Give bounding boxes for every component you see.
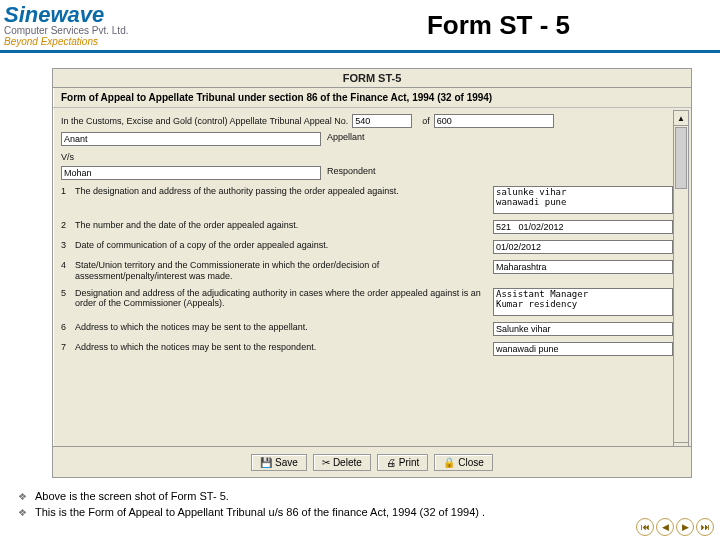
nav-first-button[interactable]: ⏮ xyxy=(636,518,654,536)
form-window: FORM ST-5 Form of Appeal to Appellate Tr… xyxy=(52,68,692,478)
row-label: Address to which the notices may be sent… xyxy=(75,322,493,333)
row-1: 1 The designation and address of the aut… xyxy=(61,186,673,214)
row-7: 7 Address to which the notices may be se… xyxy=(61,342,673,356)
respondent-label: Respondent xyxy=(327,166,376,176)
scroll-up-icon[interactable]: ▲ xyxy=(674,111,688,126)
logo: Sinewave Computer Services Pvt. Ltd. Bey… xyxy=(4,3,129,47)
logo-sub1: Computer Services Pvt. Ltd. xyxy=(4,26,129,37)
form-subtitle: Form of Appeal to Appellate Tribunal und… xyxy=(53,88,691,108)
of-label: of xyxy=(422,116,430,126)
row-num: 1 xyxy=(61,186,75,196)
delete-button[interactable]: ✂Delete xyxy=(313,454,371,471)
logo-main: Sinewave xyxy=(4,3,129,26)
row-num: 4 xyxy=(61,260,75,270)
close-label: Close xyxy=(458,457,484,468)
row-3: 3 Date of communication of a copy of the… xyxy=(61,240,673,254)
row-5-field[interactable] xyxy=(493,288,673,316)
row-label: Designation and address of the adjudicat… xyxy=(75,288,493,310)
row-label: The designation and address of the autho… xyxy=(75,186,493,197)
row-2-field[interactable] xyxy=(493,220,673,234)
form-body: ▲ ▼ In the Customs, Excise and Gold (con… xyxy=(53,108,691,460)
vs-label: V/s xyxy=(61,152,673,162)
row-6: 6 Address to which the notices may be se… xyxy=(61,322,673,336)
row-label: Date of communication of a copy of the o… xyxy=(75,240,493,251)
row-1-field[interactable] xyxy=(493,186,673,214)
row-label: The number and the date of the order app… xyxy=(75,220,493,231)
print-button[interactable]: 🖨Print xyxy=(377,454,429,471)
bullet-icon: ❖ xyxy=(18,506,27,520)
row-5: 5 Designation and address of the adjudic… xyxy=(61,288,673,316)
row-label: Address to which the notices may be sent… xyxy=(75,342,493,353)
slide-nav: ⏮ ◀ ▶ ⏭ xyxy=(636,518,714,536)
print-icon: 🖨 xyxy=(386,457,396,468)
appellant-field[interactable] xyxy=(61,132,321,146)
row-7-field[interactable] xyxy=(493,342,673,356)
save-icon: 💾 xyxy=(260,457,272,468)
save-label: Save xyxy=(275,457,298,468)
nav-next-button[interactable]: ▶ xyxy=(676,518,694,536)
note-2: This is the Form of Appeal to Appellant … xyxy=(35,506,485,518)
logo-sub2: Beyond Expectations xyxy=(4,37,129,48)
respondent-field[interactable] xyxy=(61,166,321,180)
nav-prev-button[interactable]: ◀ xyxy=(656,518,674,536)
row-num: 2 xyxy=(61,220,75,230)
row-6-field[interactable] xyxy=(493,322,673,336)
delete-label: Delete xyxy=(333,457,362,468)
slide-title: Form ST - 5 xyxy=(427,10,570,41)
row-num: 7 xyxy=(61,342,75,352)
print-label: Print xyxy=(399,457,420,468)
vertical-scrollbar[interactable]: ▲ ▼ xyxy=(673,110,689,458)
delete-icon: ✂ xyxy=(322,457,330,468)
scroll-thumb[interactable] xyxy=(675,127,687,189)
row-2: 2 The number and the date of the order a… xyxy=(61,220,673,234)
save-button[interactable]: 💾Save xyxy=(251,454,307,471)
intro-text: In the Customs, Excise and Gold (control… xyxy=(61,116,348,126)
form-title: FORM ST-5 xyxy=(53,69,691,88)
note-1: Above is the screen shot of Form ST- 5. xyxy=(35,490,229,502)
bullet-icon: ❖ xyxy=(18,490,27,504)
appeal-no-line: In the Customs, Excise and Gold (control… xyxy=(61,114,673,128)
row-4-field[interactable] xyxy=(493,260,673,274)
speaker-notes: ❖Above is the screen shot of Form ST- 5.… xyxy=(18,490,485,522)
nav-last-button[interactable]: ⏭ xyxy=(696,518,714,536)
close-button[interactable]: 🔒Close xyxy=(434,454,493,471)
row-4: 4 State/Union territory and the Commissi… xyxy=(61,260,673,282)
row-label: State/Union territory and the Commission… xyxy=(75,260,493,282)
row-3-field[interactable] xyxy=(493,240,673,254)
button-toolbar: 💾Save ✂Delete 🖨Print 🔒Close xyxy=(53,446,691,477)
respondent-row: Respondent xyxy=(61,166,673,180)
row-num: 3 xyxy=(61,240,75,250)
slide-header: Sinewave Computer Services Pvt. Ltd. Bey… xyxy=(0,0,720,53)
appellant-label: Appellant xyxy=(327,132,365,142)
appeal-year-field[interactable] xyxy=(434,114,554,128)
close-icon: 🔒 xyxy=(443,457,455,468)
appellant-row: Appellant xyxy=(61,132,673,146)
row-num: 6 xyxy=(61,322,75,332)
appeal-no-field[interactable] xyxy=(352,114,412,128)
row-num: 5 xyxy=(61,288,75,298)
